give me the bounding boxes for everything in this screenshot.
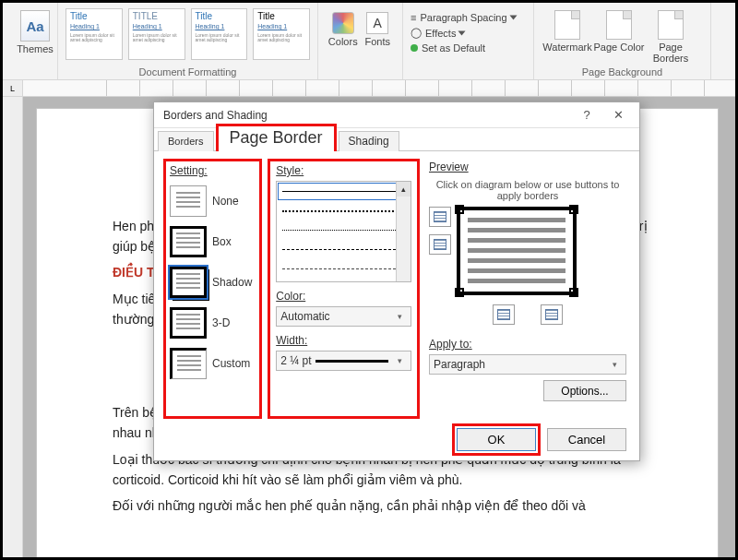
ruler-corner: L [3,80,23,96]
colors-button[interactable]: Colors [326,6,361,77]
vertical-ruler[interactable] [3,97,23,557]
scroll-up-icon[interactable]: ▴ [397,182,411,197]
scrollbar[interactable]: ▴ [396,182,411,281]
preview-label: Preview [429,161,626,173]
dialog-tabs: Borders Page Border Shading [154,128,639,150]
dialog-title: Borders and Shading [160,109,571,122]
effects-button[interactable]: ◯Effects [411,25,526,41]
chevron-down-icon: ▾ [392,356,407,365]
effects-icon: ◯ [411,27,422,39]
page-color-icon [606,10,632,40]
chevron-down-icon [509,16,517,20]
border-bottom-button[interactable] [429,234,451,255]
themes-button[interactable]: Aa Themes [10,6,60,54]
chevron-down-icon: ▾ [392,312,407,321]
check-icon [411,44,418,52]
width-label: Width: [276,334,411,347]
setting-none[interactable]: None [170,181,256,221]
style-item[interactable]: TitleHeading 1Lorem ipsum dolor sit amet… [65,8,123,60]
style-option[interactable] [277,259,411,279]
style-item[interactable]: TITLEHeading 1Lorem ipsum dolor sit amet… [128,8,185,60]
tab-shading[interactable]: Shading [339,131,399,151]
setting-custom[interactable]: Custom [170,343,256,384]
width-combo[interactable]: 2 ¼ pt▾ [276,351,411,371]
chevron-down-icon: ▾ [607,360,622,369]
dialog-body: Setting: None Box Shadow 3-D Custom Styl… [154,151,639,424]
apply-to-label: Apply to: [429,338,626,351]
style-option[interactable] [277,240,411,259]
ribbon: Aa Themes TitleHeading 1Lorem ipsum dolo… [3,3,735,80]
themes-group: Aa Themes [3,3,58,79]
style-option[interactable] [277,201,411,220]
paragraph-spacing-button[interactable]: ≡Paragraph Spacing [411,10,526,25]
preview-hint: Click on diagram below or use buttons to… [429,179,626,201]
style-gallery[interactable]: TitleHeading 1Lorem ipsum dolor sit amet… [65,6,310,60]
border-left-button[interactable] [493,304,515,325]
spacing-group: ≡Paragraph Spacing ◯Effects Set as Defau… [403,3,534,79]
cancel-button[interactable]: Cancel [547,428,626,451]
color-combo[interactable]: Automatic▾ [276,306,411,327]
chevron-down-icon [458,30,466,35]
style-label: Style: [276,164,411,177]
apply-to-combo[interactable]: Paragraph▾ [429,354,626,375]
group-label: Document Formatting [58,66,317,77]
horizontal-ruler[interactable]: L [3,80,735,97]
close-button[interactable]: ✕ [602,106,634,125]
setting-box[interactable]: Box [170,221,256,262]
style-option[interactable] [277,182,411,201]
fonts-icon: A [366,12,388,34]
setting-label: Setting: [170,164,256,177]
preview-diagram[interactable] [457,207,577,295]
watermark-icon [554,10,580,40]
ruler-scale [106,80,735,96]
setting-3d[interactable]: 3-D [170,303,256,343]
setting-shadow[interactable]: Shadow [170,262,256,303]
doc-format-group: TitleHeading 1Lorem ipsum dolor sit amet… [58,3,318,79]
style-option[interactable] [277,220,411,240]
borders-shading-dialog: Borders and Shading ? ✕ Borders Page Bor… [153,101,640,461]
colors-fonts-group: Colors AFonts [318,3,403,79]
setting-column: Setting: None Box Shadow 3-D Custom [163,159,262,419]
color-label: Color: [276,290,411,303]
paragraph-spacing-icon: ≡ [411,12,416,23]
help-button[interactable]: ? [571,106,602,125]
options-button[interactable]: Options... [543,380,626,401]
dialog-buttons: OK Cancel [457,428,626,451]
tab-borders[interactable]: Borders [158,131,214,151]
tab-page-border[interactable]: Page Border [216,124,337,151]
width-sample-icon [315,360,388,363]
page-borders-icon [658,10,684,40]
style-item[interactable]: TitleHeading 1Lorem ipsum dolor sit amet… [191,8,248,60]
fonts-button[interactable]: AFonts [361,6,396,77]
page-bg-group: Watermark Page Color Page Borders Page B… [534,3,711,79]
border-top-button[interactable] [429,207,451,227]
border-right-button[interactable] [541,304,563,325]
style-listbox[interactable]: ▴ [276,181,411,282]
style-column: Style: ▴ Color: Automatic▾ Width: 2 ¼ pt… [268,159,420,419]
preview-column: Preview Click on diagram below or use bu… [425,159,630,419]
set-default-button[interactable]: Set as Default [411,41,526,55]
colors-icon [332,12,354,34]
group-label: Page Background [534,66,710,77]
themes-icon: Aa [20,10,50,42]
themes-label: Themes [17,43,54,54]
ok-button[interactable]: OK [457,428,536,451]
paragraph[interactable]: Đối với những người mắc hen phế quản nặn… [113,496,659,517]
style-item[interactable]: TitleHeading 1Lorem ipsum dolor sit amet… [253,8,310,60]
